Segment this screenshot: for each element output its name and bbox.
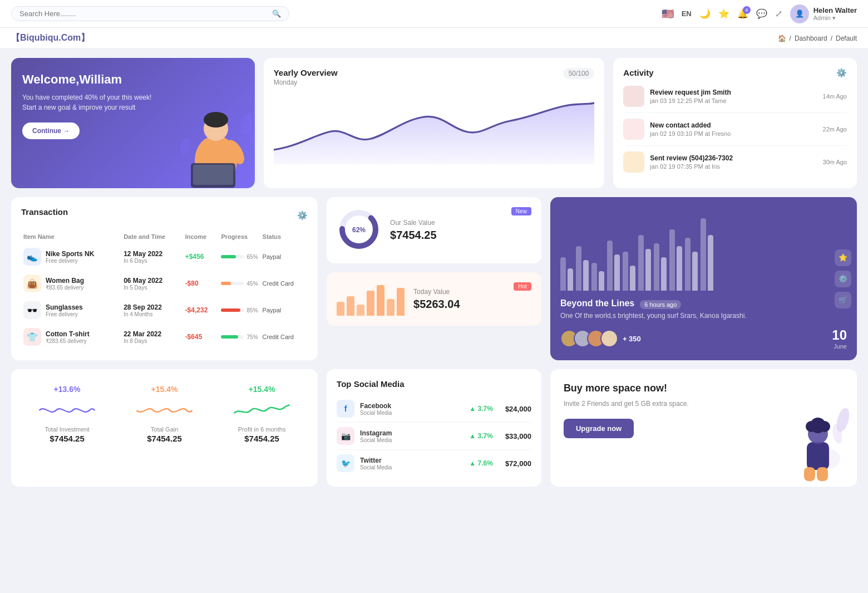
- flag-icon: 🇺🇸: [662, 8, 674, 20]
- side-icon-1[interactable]: ⭐: [835, 249, 851, 266]
- activity-item-2: New contact added jan 02 19 03:10 PM at …: [623, 113, 847, 146]
- bar-group: [685, 238, 698, 291]
- sale-new-card: 62% Our Sale Value $7454.25 New: [327, 197, 541, 263]
- activity-text-1: Review request jim Smith jan 03 19 12:25…: [650, 89, 731, 104]
- activity-header: Activity ⚙️: [623, 68, 847, 78]
- overview-title: Yearly Overview: [274, 68, 338, 77]
- stats-grid: +13.6% Total Investment $7454.25 +15.4% …: [21, 379, 308, 449]
- expand-icon[interactable]: ⤢: [775, 8, 782, 19]
- breadcrumb-sep1: /: [790, 35, 791, 42]
- user-role: Admin ▾: [813, 14, 857, 22]
- activity-item: Review request jim Smith jan 03 19 12:25…: [623, 80, 847, 113]
- instagram-pct: ▲ 3.7%: [469, 432, 493, 440]
- beyond-desc: One Of the world,s brightest, young surf…: [560, 311, 847, 321]
- instagram-value: $33,000: [505, 432, 531, 440]
- beyond-plus-count: + 350: [623, 335, 641, 343]
- activity-sub-1: jan 03 19 12:25 PM at Tame: [650, 97, 731, 104]
- side-icon-2[interactable]: ⚙️: [835, 271, 851, 287]
- table-row: 🕶️ Sunglasses Free delivery 28 Sep 2022 …: [21, 297, 308, 324]
- user-info[interactable]: 👤 Helen Walter Admin ▾: [790, 4, 857, 23]
- user-details: Helen Walter Admin ▾: [813, 6, 857, 22]
- home-icon[interactable]: 🏠: [778, 35, 786, 42]
- welcome-subtitle: You have completed 40% of your this week…: [22, 92, 155, 112]
- stat-label-1: Total Investment: [45, 426, 89, 433]
- sale-hot-info: Today Value $5263.04: [413, 288, 460, 311]
- activity-time-2: 22m Ago: [823, 126, 847, 133]
- stat-item-1: +13.6% Total Investment $7454.25: [21, 379, 113, 449]
- social-instagram: 📷 Instagram Social Media ▲ 3.7% $33,000: [337, 423, 531, 450]
- bar-group: [654, 243, 667, 291]
- side-icon-3[interactable]: 🛒: [835, 292, 851, 308]
- col-date: Date and Time: [121, 230, 183, 243]
- table-row: 👟 Nike Sports NK Free delivery 12 May 20…: [21, 243, 308, 270]
- overview-header: Yearly Overview Monday 50/100: [274, 68, 595, 86]
- instagram-type: Social Media: [360, 437, 392, 443]
- bar-group: [576, 246, 589, 291]
- col-income: Income: [183, 230, 219, 243]
- search-icon: 🔍: [272, 9, 281, 18]
- continue-button[interactable]: Continue →: [22, 122, 80, 139]
- stat-pct-2: +15.4%: [151, 385, 178, 394]
- activity-title-3: Sent review (504)236-7302: [650, 154, 733, 162]
- twitter-name: Twitter: [360, 457, 392, 464]
- activity-sub-3: jan 02 19 07:35 PM at Iris: [650, 163, 733, 170]
- breadcrumb-bar: 【Biqubiqu.Com】 🏠 / Dashboard / Default: [0, 28, 868, 49]
- navbar: 🔍 🇺🇸 EN 🌙 ⭐ 🔔4 💬 ⤢ 👤 Helen Walter Admin …: [0, 0, 868, 28]
- buy-title: Buy more space now!: [564, 383, 844, 394]
- sale-hot-value: $5263.04: [413, 298, 460, 311]
- breadcrumb-dashboard[interactable]: Dashboard: [795, 35, 827, 42]
- overview-day: Monday: [274, 79, 338, 86]
- activity-title-1: Review request jim Smith: [650, 89, 731, 96]
- transaction-settings[interactable]: ⚙️: [297, 210, 308, 220]
- beyond-time: 6 hours ago: [640, 300, 681, 309]
- transaction-title: Transaction: [21, 207, 68, 217]
- beyond-title: Beyond the Lines: [560, 298, 634, 308]
- beyond-date-month: June: [832, 343, 847, 350]
- buy-space-card: Buy more space now! Invite 2 Friends and…: [550, 369, 857, 487]
- social-twitter: 🐦 Twitter Social Media ▲ 7.6% $72,000: [337, 450, 531, 477]
- table-row: 👕 Cotton T-shirt ₹283.65 delivery 22 Mar…: [21, 324, 308, 350]
- bar-group: [623, 252, 635, 291]
- row1: Welcome,William You have completed 40% o…: [11, 58, 857, 188]
- nav-right: 🇺🇸 EN 🌙 ⭐ 🔔4 💬 ⤢ 👤 Helen Walter Admin ▾: [662, 4, 857, 23]
- social-title: Top Social Media: [337, 379, 531, 389]
- stat-pct-1: +13.6%: [54, 385, 81, 394]
- twitter-info: Twitter Social Media: [360, 457, 392, 471]
- activity-settings[interactable]: ⚙️: [836, 68, 847, 78]
- buy-desc: Invite 2 Friends and get 5 GB extra spac…: [564, 399, 732, 409]
- activity-title-2: New contact added: [650, 121, 731, 129]
- welcome-illustration: [171, 99, 255, 188]
- avatar: 👤: [790, 4, 809, 23]
- svg-point-2: [204, 112, 228, 128]
- activity-text-2: New contact added jan 02 19 03:10 PM at …: [650, 121, 731, 137]
- facebook-icon: f: [337, 400, 354, 418]
- notification-icon[interactable]: 🔔4: [737, 8, 748, 19]
- search-bar[interactable]: 🔍: [11, 6, 289, 21]
- main-content: Welcome,William You have completed 40% o…: [0, 49, 868, 496]
- facebook-name: Facebook: [360, 402, 392, 410]
- theme-toggle[interactable]: 🌙: [699, 8, 711, 19]
- user-name: Helen Walter: [813, 6, 857, 14]
- bar-group: [560, 257, 573, 291]
- stat-label-2: Total Gain: [151, 426, 179, 433]
- star-icon[interactable]: ⭐: [718, 8, 729, 19]
- hot-badge: Hot: [514, 282, 531, 291]
- transaction-card: Transaction ⚙️ Item Name Date and Time I…: [11, 197, 318, 360]
- twitter-pct: ▲ 7.6%: [469, 459, 493, 467]
- svg-text:62%: 62%: [352, 226, 366, 234]
- bar-group: [591, 263, 604, 291]
- chat-icon[interactable]: 💬: [756, 8, 767, 19]
- table-row: 👜 Women Bag ₹83.65 delivery 06 May 2022 …: [21, 270, 308, 297]
- activity-title: Activity: [623, 68, 653, 77]
- yearly-overview-card: Yearly Overview Monday 50/100: [264, 58, 605, 188]
- activity-list: Review request jim Smith jan 03 19 12:25…: [623, 80, 847, 178]
- beyond-date-num: 10: [832, 327, 847, 343]
- facebook-type: Social Media: [360, 410, 392, 416]
- search-input[interactable]: [19, 9, 272, 18]
- svg-rect-18: [804, 467, 815, 481]
- upgrade-button[interactable]: Upgrade now: [564, 419, 634, 438]
- transaction-table: Item Name Date and Time Income Progress …: [21, 230, 308, 350]
- social-list: f Facebook Social Media ▲ 3.7% $24,000 📷…: [337, 395, 531, 477]
- activity-text-3: Sent review (504)236-7302 jan 02 19 07:3…: [650, 154, 733, 170]
- activity-time-1: 14m Ago: [823, 93, 847, 100]
